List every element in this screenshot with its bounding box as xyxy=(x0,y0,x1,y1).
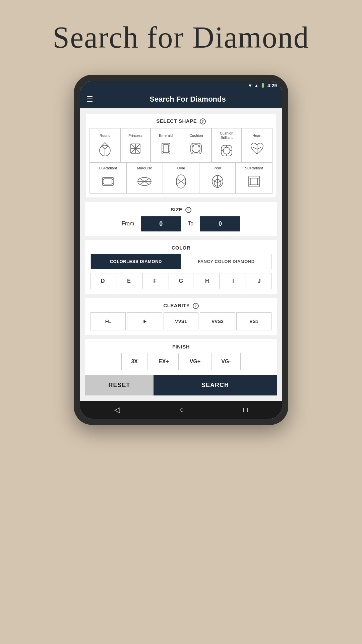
shape-round[interactable]: Round xyxy=(90,128,120,162)
size-section: SIZE ? From To xyxy=(85,202,277,236)
clarity-section-title: CLEARITY ? xyxy=(90,303,272,309)
sqradiant-icon xyxy=(245,173,263,190)
main-content: SELECT SHAPE ? Round xyxy=(80,108,282,401)
app-bar: ☰ Search For Diamonds xyxy=(80,90,282,108)
clarity-grid: FL IF VVS1 VVS2 VS1 xyxy=(90,312,272,330)
wifi-icon: ▼ xyxy=(248,83,252,88)
shape-pear-label: Pear xyxy=(214,166,221,170)
svg-line-30 xyxy=(257,147,261,149)
shape-lgradiant-label: LGRadiant xyxy=(99,166,117,170)
colorless-tab[interactable]: COLORLESS DIAMOND xyxy=(91,254,181,269)
finish-3X[interactable]: 3X xyxy=(121,353,147,370)
shape-section: SELECT SHAPE ? Round xyxy=(85,114,277,198)
svg-line-42 xyxy=(144,181,148,184)
shape-sqradiant[interactable]: SQRadiant xyxy=(236,163,272,193)
clarity-VVS1[interactable]: VVS1 xyxy=(164,312,199,330)
clarity-IF[interactable]: IF xyxy=(127,312,162,330)
shape-round-label: Round xyxy=(100,133,110,138)
oval-icon xyxy=(172,173,190,190)
size-inputs: From To xyxy=(90,216,272,231)
color-grade-I[interactable]: I xyxy=(221,273,246,289)
svg-line-47 xyxy=(176,181,181,185)
shape-lgradiant[interactable]: LGRadiant xyxy=(90,163,126,193)
pear-icon xyxy=(209,173,226,190)
shape-oval-label: Oval xyxy=(177,166,185,170)
shape-pear[interactable]: Pear xyxy=(199,163,236,193)
reset-button[interactable]: RESET xyxy=(85,375,154,395)
size-from-input[interactable] xyxy=(141,216,181,231)
heart-icon xyxy=(248,140,266,157)
svg-rect-54 xyxy=(251,178,257,185)
fancy-color-tab[interactable]: FANCY COLOR DIAMOND xyxy=(181,254,272,269)
size-to-label: To xyxy=(188,221,193,227)
color-grade-H[interactable]: H xyxy=(195,273,220,289)
phone-inner: ▼ ▲ 🔋 4:29 ☰ Search For Diamonds SELECT … xyxy=(80,81,282,419)
phone-shell: ▼ ▲ 🔋 4:29 ☰ Search For Diamonds SELECT … xyxy=(74,75,288,425)
svg-line-45 xyxy=(176,178,181,181)
shape-heart[interactable]: Heart xyxy=(242,128,272,162)
size-help-icon[interactable]: ? xyxy=(185,207,191,213)
shape-emerald[interactable]: Emerald xyxy=(150,128,181,162)
svg-point-23 xyxy=(223,147,230,154)
phone-nav: ◁ ○ □ xyxy=(80,401,282,419)
shape-grid-row1: Round Princess xyxy=(89,128,273,163)
svg-line-46 xyxy=(181,178,186,181)
cushion-icon xyxy=(187,140,205,157)
svg-line-39 xyxy=(140,179,144,181)
svg-line-41 xyxy=(140,181,144,184)
marquise-icon xyxy=(136,173,153,190)
shape-help-icon[interactable]: ? xyxy=(200,118,206,124)
shape-emerald-label: Emerald xyxy=(159,133,173,138)
shape-marquise[interactable]: Marquise xyxy=(126,163,163,193)
shape-marquise-label: Marquise xyxy=(137,166,152,170)
color-grade-F[interactable]: F xyxy=(142,273,167,289)
color-grade-E[interactable]: E xyxy=(117,273,141,289)
color-section-title: COLOR xyxy=(90,245,272,251)
round-icon xyxy=(96,140,114,157)
shape-section-title: SELECT SHAPE ? xyxy=(89,118,273,124)
clarity-VVS2[interactable]: VVS2 xyxy=(200,312,235,330)
shape-cushion-label: Cushion xyxy=(189,133,203,138)
search-button[interactable]: SEARCH xyxy=(154,375,277,395)
svg-line-2 xyxy=(102,146,105,149)
shape-princess[interactable]: Princess xyxy=(120,128,151,162)
cushion-brilliant-icon xyxy=(218,142,235,159)
color-grade-D[interactable]: D xyxy=(90,273,115,289)
page-title: Search for Diamond xyxy=(53,20,309,55)
shape-oval[interactable]: Oval xyxy=(163,163,199,193)
svg-rect-32 xyxy=(104,179,112,184)
finish-EX+[interactable]: EX+ xyxy=(149,353,179,370)
hamburger-icon[interactable]: ☰ xyxy=(86,95,93,104)
finish-section: FINISH 3X EX+ VG+ VG- xyxy=(85,339,277,375)
battery-icon: 🔋 xyxy=(260,83,265,88)
clarity-section: CLEARITY ? FL IF VVS1 VVS2 VS1 xyxy=(85,298,277,335)
size-from-label: From xyxy=(122,221,134,227)
nav-recents-icon[interactable]: □ xyxy=(243,406,248,414)
shape-cushion-brilliant[interactable]: CushionBrilliant xyxy=(212,128,242,162)
lgradiant-icon xyxy=(99,173,117,190)
status-bar: ▼ ▲ 🔋 4:29 xyxy=(80,81,282,90)
size-to-input[interactable] xyxy=(200,216,240,231)
clarity-VS1[interactable]: VS1 xyxy=(236,312,272,330)
finish-grid: 3X EX+ VG+ VG- xyxy=(90,353,272,370)
shape-cushion[interactable]: Cushion xyxy=(181,128,212,162)
finish-VG-[interactable]: VG- xyxy=(212,353,240,370)
color-grade-J[interactable]: J xyxy=(247,273,272,289)
shape-princess-label: Princess xyxy=(128,133,142,138)
nav-home-icon[interactable]: ○ xyxy=(179,406,184,414)
color-tabs: COLORLESS DIAMOND FANCY COLOR DIAMOND xyxy=(90,254,272,269)
princess-icon xyxy=(127,140,144,157)
size-section-title: SIZE ? xyxy=(90,207,272,213)
shape-sqradiant-label: SQRadiant xyxy=(245,166,263,170)
finish-VG+[interactable]: VG+ xyxy=(180,353,210,370)
color-grade-grid: D E F G H I J xyxy=(90,273,272,289)
svg-line-3 xyxy=(105,146,108,149)
svg-line-29 xyxy=(253,147,257,149)
nav-back-icon[interactable]: ◁ xyxy=(114,406,120,414)
svg-rect-11 xyxy=(163,145,169,153)
clarity-help-icon[interactable]: ? xyxy=(193,303,199,309)
page-wrapper: Search for Diamond ▼ ▲ 🔋 4:29 ☰ Search F… xyxy=(44,0,318,644)
color-section: COLOR COLORLESS DIAMOND FANCY COLOR DIAM… xyxy=(85,240,277,294)
clarity-FL[interactable]: FL xyxy=(90,312,126,330)
color-grade-G[interactable]: G xyxy=(169,273,193,289)
